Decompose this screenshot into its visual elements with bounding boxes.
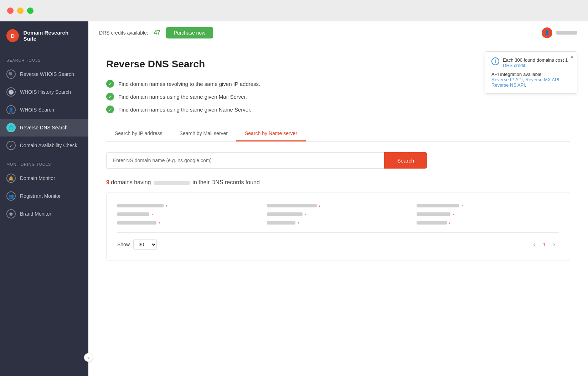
result-text xyxy=(417,221,447,225)
sidebar-item-registrant-monitor[interactable]: 👥 Registrant Monitor xyxy=(0,187,88,205)
search-button[interactable]: Search xyxy=(384,152,427,169)
page-number: 1 xyxy=(543,242,546,247)
results-summary: 9 domains having in their DNS records fo… xyxy=(106,179,570,186)
arrow-icon: › xyxy=(159,220,160,225)
search-bar: Search xyxy=(106,152,427,169)
arrow-icon: › xyxy=(298,220,299,225)
user-name xyxy=(556,31,577,35)
app-logo: D xyxy=(6,29,19,42)
sidebar-item-reverse-dns[interactable]: 🌐 Reverse DNS Search xyxy=(0,119,88,137)
result-text xyxy=(267,212,303,216)
feature-text-3: Find domain names using the same given N… xyxy=(118,107,252,113)
tooltip-cost-text: Each 300 found domains cost 1 DRS credit… xyxy=(503,57,571,68)
check-icon-2: ✓ xyxy=(106,93,114,101)
minimize-button[interactable] xyxy=(17,7,24,14)
topbar-user: 👤 xyxy=(542,27,577,38)
registrant-monitor-icon: 👥 xyxy=(6,191,16,201)
sidebar-item-label: Domain Availability Check xyxy=(20,143,77,148)
brand-monitor-icon: ® xyxy=(6,209,16,218)
user-avatar: 👤 xyxy=(542,27,552,38)
page-prev-button[interactable]: ‹ xyxy=(529,239,539,249)
tooltip-scroll-up[interactable]: ▲ xyxy=(570,54,574,59)
show-label: Show xyxy=(117,242,130,247)
result-item[interactable]: › xyxy=(117,212,260,217)
result-text xyxy=(417,212,450,216)
result-item[interactable]: › xyxy=(417,203,559,208)
sidebar-item-label: Registrant Monitor xyxy=(20,193,61,199)
search-input[interactable] xyxy=(106,152,384,169)
arrow-icon: › xyxy=(453,212,454,217)
sidebar-item-label: Brand Monitor xyxy=(20,211,51,217)
result-text xyxy=(267,221,295,225)
sidebar-item-label: WHOIS History Search xyxy=(20,89,71,95)
sidebar-item-brand-monitor[interactable]: ® Brand Monitor xyxy=(0,205,88,223)
reverse-mx-api-link[interactable]: Reverse MX API xyxy=(525,77,559,82)
app-container: D Domain Research Suite Search tools 🔍 R… xyxy=(0,21,588,376)
sidebar-item-label: Reverse WHOIS Search xyxy=(20,71,74,77)
sidebar-header: D Domain Research Suite xyxy=(0,21,88,50)
purchase-now-button[interactable]: Purchase now xyxy=(166,27,213,38)
arrow-icon: › xyxy=(461,203,463,208)
show-select[interactable]: 30 50 100 xyxy=(133,239,157,250)
whois-search-icon: 👤 xyxy=(6,105,16,114)
sidebar-item-domain-availability[interactable]: ✓ Domain Availability Check xyxy=(0,137,88,154)
whois-history-icon: 🕐 xyxy=(6,87,16,97)
result-col-3: › › › xyxy=(417,203,559,225)
search-tools-label: Search tools xyxy=(0,50,88,65)
result-item[interactable]: › xyxy=(417,212,559,217)
sidebar-item-whois-history[interactable]: 🕐 WHOIS History Search xyxy=(0,83,88,101)
arrow-icon: › xyxy=(449,220,450,225)
result-item[interactable]: › xyxy=(117,220,260,225)
tab-mail-server[interactable]: Search by Mail server xyxy=(171,126,236,141)
sidebar-item-domain-monitor[interactable]: 🔔 Domain Monitor xyxy=(0,169,88,187)
result-item[interactable]: › xyxy=(117,203,260,208)
results-card: › › › xyxy=(106,192,570,261)
arrow-icon: › xyxy=(151,212,153,217)
sidebar-item-whois-search[interactable]: 👤 WHOIS Search xyxy=(0,101,88,119)
reverse-ip-api-link[interactable]: Reverse IP API xyxy=(491,77,523,82)
app-title: Domain Research Suite xyxy=(23,30,82,42)
credits-count: 47 xyxy=(154,30,160,36)
result-item[interactable]: › xyxy=(267,220,409,225)
result-text xyxy=(267,204,317,207)
info-icon: i xyxy=(491,57,499,65)
result-item[interactable]: › xyxy=(417,220,559,225)
page-next-button[interactable]: › xyxy=(549,239,559,249)
credits-label: DRS credits available: xyxy=(99,30,148,36)
sidebar-item-reverse-whois[interactable]: 🔍 Reverse WHOIS Search xyxy=(0,65,88,83)
tab-name-server[interactable]: Search by Name server xyxy=(236,126,306,141)
tooltip-header: i Each 300 found domains cost 1 DRS cred… xyxy=(491,57,571,68)
arrow-icon: › xyxy=(319,203,320,208)
reverse-whois-icon: 🔍 xyxy=(6,69,16,79)
topbar: DRS credits available: 47 Purchase now 👤 xyxy=(88,21,588,44)
sidebar-item-label: Domain Monitor xyxy=(20,175,55,181)
results-grid: › › › xyxy=(117,203,559,225)
drs-credit-link[interactable]: DRS credit. xyxy=(503,63,526,68)
domain-avail-icon: ✓ xyxy=(6,141,16,150)
pagination-bar: Show 30 50 100 ‹ 1 › xyxy=(117,232,559,250)
close-button[interactable] xyxy=(7,7,14,14)
monitoring-tools-label: Monitoring tools xyxy=(0,154,88,169)
page-body: ▲ i Each 300 found domains cost 1 DRS cr… xyxy=(88,44,588,376)
tab-ip-address[interactable]: Search by IP address xyxy=(106,126,171,141)
redacted-term xyxy=(154,181,190,185)
result-item[interactable]: › xyxy=(267,203,409,208)
window-chrome xyxy=(0,0,588,21)
sidebar-item-label: Reverse DNS Search xyxy=(20,125,68,130)
sidebar: D Domain Research Suite Search tools 🔍 R… xyxy=(0,21,88,376)
info-tooltip: ▲ i Each 300 found domains cost 1 DRS cr… xyxy=(485,51,577,94)
maximize-button[interactable] xyxy=(27,7,33,14)
feature-text-2: Find domain names using the same given M… xyxy=(118,94,247,100)
arrow-icon: › xyxy=(305,212,306,217)
result-text xyxy=(117,221,156,225)
main-content: DRS credits available: 47 Purchase now 👤… xyxy=(88,21,588,376)
tooltip-api-text: API integration available: Reverse IP AP… xyxy=(491,72,571,88)
results-count: 9 xyxy=(106,179,109,185)
result-col-2: › › › xyxy=(267,203,409,225)
result-item[interactable]: › xyxy=(267,212,409,217)
search-tabs: Search by IP address Search by Mail serv… xyxy=(106,126,570,141)
reverse-ns-api-link[interactable]: Reverse NS API xyxy=(491,82,525,88)
reverse-dns-icon: 🌐 xyxy=(6,123,16,132)
feature-item-3: ✓ Find domain names using the same given… xyxy=(106,105,570,113)
sidebar-item-label: WHOIS Search xyxy=(20,107,54,113)
